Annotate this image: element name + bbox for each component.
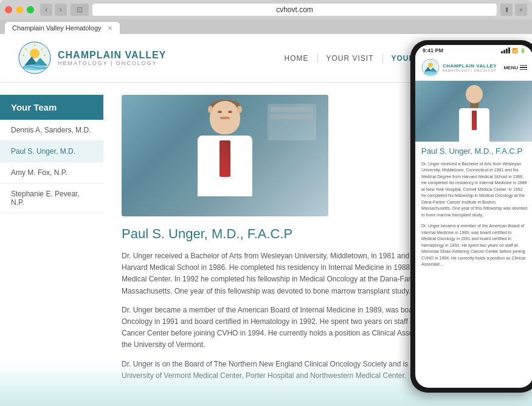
logo-text: CHAMPLAIN VALLEY HEMATOLOGY | ONCOLOGY (58, 50, 166, 67)
browser-top-bar: ‹ › ⊡ cvhovt.com ⬆ + (0, 0, 532, 19)
back-button[interactable]: ‹ (40, 4, 52, 16)
logo-name: CHAMPLAIN VALLEY (58, 50, 166, 61)
logo-area: CHAMPLAIN VALLEY HEMATOLOGY | ONCOLOGY (18, 41, 166, 75)
sidebar: Your Team Dennis A. Sanders, M.D. Paul S… (0, 83, 103, 405)
svg-line-13 (434, 63, 435, 63)
mobile-doctor-bio-1: Dr. Unger received a Bachelor of Arts fr… (421, 161, 527, 219)
svg-line-5 (26, 49, 27, 50)
browser-tab[interactable]: Champlain Valley Hematology ✕ (5, 22, 120, 34)
browser-tab-bar: Champlain Valley Hematology ✕ (0, 19, 532, 34)
forward-button[interactable]: › (55, 4, 67, 16)
mobile-screen: 9:41 PM 📶 🔋 (415, 45, 532, 388)
nav-your-visit[interactable]: YOUR VISIT (318, 54, 383, 63)
browser-actions: ⬆ + (500, 4, 527, 16)
mobile-doctor-content: Paul S. Unger, M.D., F.A.C.P Dr. Unger r… (415, 142, 532, 388)
address-bar[interactable]: cvhovt.com (92, 4, 497, 16)
window-icon: ⊡ (71, 4, 89, 16)
sidebar-item-pevear[interactable]: Stephanie E. Pevear, N.P. (0, 184, 103, 213)
mobile-logo-text: CHAMPLAIN VALLEY HEMATOLOGY | ONCOLOGY (443, 63, 497, 72)
mobile-doctor-figure (459, 85, 489, 142)
svg-point-1 (30, 49, 40, 58)
svg-point-11 (428, 63, 433, 67)
sidebar-item-fox[interactable]: Amy M. Fox, N.P. (0, 162, 103, 184)
hamburger-icon (520, 65, 527, 71)
svg-point-16 (424, 71, 437, 75)
mobile-logo-sub: HEMATOLOGY | ONCOLOGY (443, 69, 497, 72)
sidebar-header: Your Team (0, 95, 103, 120)
mobile-header: CHAMPLAIN VALLEY HEMATOLOGY | ONCOLOGY M… (415, 55, 532, 81)
minimize-button[interactable] (16, 6, 23, 13)
tab-label: Champlain Valley Hematology (12, 24, 102, 32)
mobile-phone: 9:41 PM 📶 🔋 (410, 40, 532, 393)
tab-close-icon[interactable]: ✕ (108, 25, 112, 32)
mobile-status-bar: 9:41 PM 📶 🔋 (415, 45, 532, 55)
browser-chrome: ‹ › ⊡ cvhovt.com ⬆ + Champlain Valley He… (0, 0, 532, 34)
mobile-doctor-photo (415, 81, 532, 142)
mobile-menu-label: MENU (503, 65, 518, 71)
maximize-button[interactable] (27, 6, 34, 13)
logo-icon (18, 41, 52, 75)
website: CHAMPLAIN VALLEY HEMATOLOGY | ONCOLOGY H… (0, 34, 532, 406)
mobile-time: 9:41 PM (423, 47, 443, 53)
doctor-figure (185, 101, 264, 210)
mobile-doctor-name: Paul S. Unger, M.D., F.A.C.P (421, 146, 527, 156)
close-button[interactable] (5, 6, 12, 13)
sidebar-item-label: Stephanie E. Pevear, N.P. (11, 190, 80, 207)
mobile-status-icons: 📶 🔋 (501, 47, 526, 53)
sidebar-item-label: Dennis A. Sanders, M.D. (11, 126, 91, 134)
mobile-logo-name: CHAMPLAIN VALLEY (443, 63, 497, 69)
sidebar-item-label: Paul S. Unger, M.D. (11, 147, 75, 156)
bookmark-button[interactable]: + (515, 4, 527, 16)
sidebar-item-label: Amy M. Fox, N.P. (11, 168, 67, 177)
logo-sub: HEMATOLOGY | ONCOLOGY (58, 60, 166, 66)
nav-home[interactable]: HOME (276, 54, 318, 63)
mobile-menu-button[interactable]: MENU (503, 65, 527, 71)
mobile-logo-icon (421, 58, 440, 77)
browser-nav-buttons: ‹ › (40, 4, 67, 16)
sidebar-item-sanders[interactable]: Dennis A. Sanders, M.D. (0, 120, 103, 141)
sidebar-item-unger[interactable]: Paul S. Unger, M.D. (0, 141, 103, 162)
svg-line-3 (41, 49, 43, 50)
doctor-photo (122, 95, 328, 216)
mobile-doctor-bio-2: Dr. Unger became a member of the America… (421, 223, 527, 268)
share-button[interactable]: ⬆ (500, 4, 513, 16)
mobile-logo: CHAMPLAIN VALLEY HEMATOLOGY | ONCOLOGY (421, 58, 497, 77)
